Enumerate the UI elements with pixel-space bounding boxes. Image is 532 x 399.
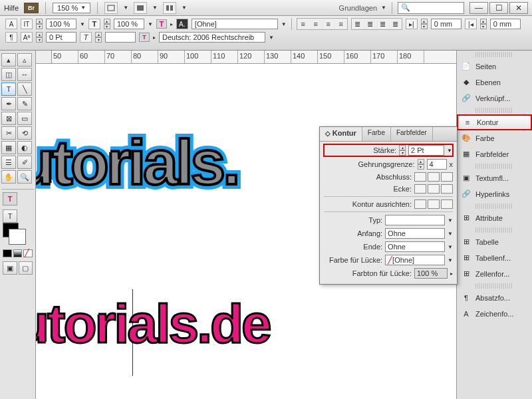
- preview-icon[interactable]: ▢: [19, 261, 33, 275]
- gradient-feather-tool[interactable]: ◐: [17, 141, 32, 154]
- normal-view-icon[interactable]: ▣: [3, 261, 17, 275]
- panel-item-seiten[interactable]: 📄Seiten: [457, 59, 532, 74]
- align-stroke-options[interactable]: [414, 200, 453, 209]
- panel-item-kontur[interactable]: ≡Kontur: [457, 114, 532, 130]
- gap-tint-label: Farbton für Lücke:: [324, 269, 412, 277]
- stroke-weight-field[interactable]: 2 Pt: [408, 145, 444, 156]
- tab-farbe[interactable]: Farbe: [362, 127, 391, 141]
- note-tool[interactable]: ☰: [1, 156, 16, 169]
- gap-tint-field[interactable]: 100 %: [414, 268, 448, 279]
- baseline-field[interactable]: 0 Pt: [46, 32, 76, 43]
- zoom-level-field[interactable]: 150 %▼: [53, 3, 90, 13]
- fill-stroke-swatch[interactable]: [3, 223, 19, 237]
- panel-item-textumfl[interactable]: ▣Textumfl...: [457, 170, 532, 186]
- cap-options[interactable]: [414, 172, 453, 182]
- panel-icon: ▦: [461, 150, 471, 159]
- direct-selection-tool[interactable]: ▵: [17, 53, 32, 66]
- vert-scale-field[interactable]: 100 %: [114, 19, 144, 29]
- close-button[interactable]: ✕: [509, 2, 528, 14]
- format-container-icon[interactable]: T: [3, 209, 17, 223]
- scissors-tool[interactable]: ✂: [1, 126, 16, 140]
- panel-item-absatzfo[interactable]: ¶Absatzfo...: [457, 290, 532, 306]
- stepper[interactable]: ▴▾: [480, 19, 487, 29]
- language-combo[interactable]: Deutsch: 2006 Rechtschreib: [159, 32, 265, 43]
- panel-icon: ◆: [461, 78, 471, 87]
- bridge-badge-icon[interactable]: Br: [24, 3, 39, 13]
- start-arrow-combo[interactable]: Ohne: [385, 228, 445, 239]
- stepper[interactable]: ▴▾: [104, 19, 110, 29]
- tab-kontur[interactable]: ◇ Kontur: [320, 127, 362, 141]
- char-style-icon: A.: [176, 19, 188, 29]
- selection-tool[interactable]: ▴: [1, 53, 16, 66]
- char-color-icon[interactable]: T: [156, 19, 167, 29]
- line-tool[interactable]: ╲: [17, 82, 32, 96]
- search-input[interactable]: 🔍: [398, 2, 464, 14]
- pencil-tool[interactable]: ✎: [17, 97, 32, 110]
- maximize-button[interactable]: ☐: [489, 2, 508, 14]
- char-mode-icon[interactable]: A: [5, 19, 17, 29]
- rect-frame-tool[interactable]: ⊠: [1, 112, 16, 125]
- text-top[interactable]: utorials.: [36, 126, 238, 199]
- chevron-down-icon[interactable]: ▼: [447, 148, 452, 154]
- right-indent-field[interactable]: 0 mm: [490, 19, 521, 29]
- align-stroke-label: Kontur ausrichten:: [324, 200, 412, 208]
- ruler-origin[interactable]: [36, 51, 52, 64]
- skew-field[interactable]: [105, 32, 136, 43]
- stepper[interactable]: ▴▾: [36, 32, 43, 43]
- panel-item-zellenfor[interactable]: ⊞Zellenfor...: [457, 266, 532, 282]
- join-options[interactable]: [414, 184, 453, 194]
- screen-mode-icon[interactable]: [134, 2, 147, 14]
- panel-item-zeichenfo[interactable]: AZeichenfo...: [457, 306, 532, 322]
- help-menu[interactable]: Hilfe: [4, 4, 19, 12]
- start-label: Anfang:: [324, 229, 382, 237]
- stroke-type-combo[interactable]: [385, 215, 445, 225]
- panel-item-hyperlinks[interactable]: 🔗Hyperlinks: [457, 186, 532, 202]
- page-tool[interactable]: ◫: [1, 68, 16, 81]
- minimize-button[interactable]: —: [469, 2, 488, 14]
- eyedropper-tool[interactable]: ✐: [17, 156, 32, 169]
- horiz-scale-field[interactable]: 100 %: [46, 19, 76, 29]
- rect-tool[interactable]: ▭: [17, 112, 32, 125]
- tab-farbfelder[interactable]: Farbfelder: [391, 127, 433, 141]
- panel-icon: 🔗: [461, 94, 471, 103]
- text-bottom[interactable]: utorials.de: [36, 293, 270, 355]
- gap-color-combo[interactable]: ╱ [Ohne]: [385, 255, 445, 265]
- panel-item-farbfelder[interactable]: ▦Farbfelder: [457, 146, 532, 162]
- stepper[interactable]: ▴▾: [421, 19, 428, 29]
- para-mode-icon[interactable]: ¶: [5, 32, 17, 43]
- svg-rect-3: [170, 5, 173, 11]
- gap-tool[interactable]: ↔: [17, 68, 32, 81]
- stepper[interactable]: ▴▾: [95, 32, 102, 43]
- paragraph-justify-group[interactable]: ≣≣≣≣: [351, 18, 402, 30]
- end-arrow-combo[interactable]: Ohne: [385, 241, 445, 252]
- left-indent-field[interactable]: 0 mm: [431, 19, 462, 29]
- panel-item-attribute[interactable]: ⊞Attribute: [457, 210, 532, 226]
- pen-tool[interactable]: ✒: [1, 97, 16, 110]
- gap-color-label: Farbe für Lücke:: [324, 256, 382, 264]
- zoom-tool[interactable]: 🔍: [17, 170, 32, 184]
- panel-item-tabellenf[interactable]: ⊞Tabellenf...: [457, 250, 532, 266]
- color-swatch-area[interactable]: T T ╱ ▣▢: [1, 189, 34, 277]
- stepper[interactable]: ▴▾: [36, 19, 43, 29]
- hand-tool[interactable]: ✋: [1, 170, 16, 184]
- view-options-icon[interactable]: [104, 2, 118, 14]
- transform-tool[interactable]: ⟲: [17, 126, 32, 140]
- dock-grip[interactable]: [475, 52, 513, 57]
- char-style-combo[interactable]: [Ohne]: [192, 19, 278, 29]
- paragraph-align-group[interactable]: ≡≡≡≡: [297, 18, 348, 30]
- gradient-tool[interactable]: ▦: [1, 141, 16, 154]
- indent-right-icon: |◂: [465, 19, 477, 29]
- type-tool[interactable]: T: [1, 82, 16, 96]
- panel-item-tabelle[interactable]: ⊞Tabelle: [457, 234, 532, 250]
- stepper[interactable]: ▴▾: [418, 159, 424, 170]
- panel-item-ebenen[interactable]: ◆Ebenen: [457, 74, 532, 90]
- workspace-label[interactable]: Grundlagen: [339, 4, 378, 12]
- char-none-icon[interactable]: T: [139, 33, 150, 42]
- panel-item-farbe[interactable]: 🎨Farbe: [457, 130, 532, 146]
- stepper[interactable]: ▴▾: [399, 145, 406, 156]
- arrange-docs-icon[interactable]: [163, 2, 176, 14]
- panel-item-verknpf[interactable]: 🔗Verknüpf...: [457, 90, 532, 106]
- miter-limit-field[interactable]: 4: [427, 159, 447, 170]
- horizontal-ruler[interactable]: 5060708090100110120130140150160170180: [52, 51, 456, 64]
- cap-label: Abschluss:: [324, 173, 412, 181]
